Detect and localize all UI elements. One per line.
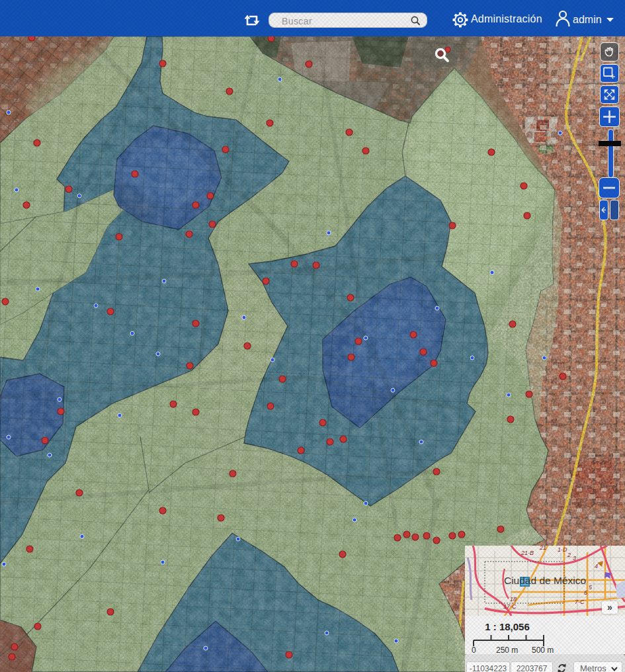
svg-text:2: 2: [567, 552, 571, 558]
svg-text:4: 4: [595, 563, 598, 569]
svg-text:0: 0: [472, 646, 476, 654]
svg-text:500 m: 500 m: [532, 646, 554, 654]
svg-text:17-C: 17-C: [503, 603, 517, 610]
svg-text:1-D: 1-D: [558, 546, 567, 553]
svg-text:18: 18: [510, 596, 517, 603]
svg-text:250 m: 250 m: [496, 646, 518, 654]
svg-text:21: 21: [539, 546, 546, 551]
svg-text:21-B: 21-B: [521, 550, 534, 556]
svg-text:Ciudad de México: Ciudad de México: [504, 575, 586, 586]
svg-text:6: 6: [584, 589, 587, 596]
svg-text:7-C: 7-C: [575, 599, 585, 605]
svg-text:3: 3: [573, 555, 576, 562]
